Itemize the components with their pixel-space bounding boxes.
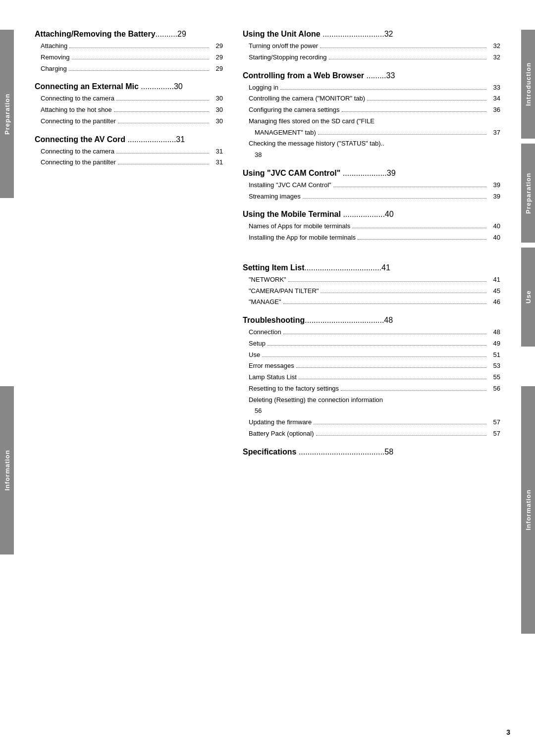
entry-av-pantilter: Connecting to the pantilter 31 [35,157,223,168]
entry-manage: "MANAGE" 46 [243,297,500,308]
entry-streaming: Streaming images 39 [243,191,500,202]
left-column: Attaching/Removing the Battery..........… [35,30,223,458]
entry-mic-pantilter: Connecting to the pantilter 30 [35,116,223,127]
entry-connection: Connection 48 [243,327,500,338]
side-tab-preparation-right: Preparation [521,144,535,243]
heading-av-cord: Connecting the AV Cord .................… [35,135,223,144]
section-web-browser: Controlling from a Web Browser .........… [243,71,500,161]
entry-resetting-factory: Resetting to the factory settings 56 [243,383,500,395]
heading-jvc-cam: Using "JVC CAM Control" ................… [243,169,500,178]
side-tab-introduction-right: Introduction [521,30,535,139]
entry-removing: Removing 29 [35,52,223,63]
section-mobile-terminal: Using the Mobile Terminal ..............… [243,210,500,244]
main-content: Attaching/Removing the Battery..........… [20,30,515,458]
entry-deleting-connection-line1: Deleting (Resetting) the connection info… [243,395,500,406]
heading-unit-alone: Using the Unit Alone ...................… [243,30,500,39]
entry-deleting-connection-line2: 56 [243,405,500,417]
information-sections: Setting Item List.......................… [243,263,500,456]
section-specifications: Specifications .........................… [243,448,500,456]
heading-mobile-terminal: Using the Mobile Terminal ..............… [243,210,500,219]
heading-troubleshooting: Troubleshooting.........................… [243,316,500,325]
entry-camera-settings: Configuring the camera settings 36 [243,104,500,116]
section-setting-item-list: Setting Item List.......................… [243,263,500,308]
side-tab-preparation-left: Preparation [0,30,14,198]
entry-message-history-line2: 38 [243,150,500,161]
entry-network: "NETWORK" 41 [243,274,500,286]
entry-installing-jvc: Installing "JVC CAM Control" 39 [243,180,500,191]
entry-message-history-line1: Checking the message history ("STATUS" t… [243,138,500,150]
entry-recording: Starting/Stopping recording 32 [243,52,500,63]
section-jvc-cam: Using "JVC CAM Control" ................… [243,169,500,202]
heading-external-mic: Connecting an External Mic .............… [35,82,223,91]
page-number: 3 [506,728,510,736]
entry-av-camera: Connecting to the camera 31 [35,146,223,157]
entry-use: Use 51 [243,350,500,361]
right-column: Using the Unit Alone ...................… [243,30,500,458]
section-av-cord: Connecting the AV Cord .................… [35,135,223,169]
entry-names-apps: Names of Apps for mobile terminals 40 [243,221,500,232]
entry-logging-in: Logging in 33 [243,82,500,94]
entry-lamp-status: Lamp Status List 55 [243,372,500,383]
entry-monitor-tab: Controlling the camera ("MONITOR" tab) 3… [243,93,500,104]
entry-error-messages: Error messages 53 [243,360,500,372]
entry-setup: Setup 49 [243,338,500,350]
entry-camera-pan: "CAMERA/PAN TILTER" 45 [243,286,500,297]
section-attaching-battery: Attaching/Removing the Battery..........… [35,30,223,74]
page: Preparation Information Introduction Pre… [0,0,535,756]
side-tab-information-left: Information [0,386,14,554]
section-troubleshooting: Troubleshooting.........................… [243,316,500,440]
heading-attaching-battery: Attaching/Removing the Battery..........… [35,30,223,39]
section-unit-alone: Using the Unit Alone ...................… [243,30,500,63]
heading-specifications: Specifications .........................… [243,448,500,456]
entry-charging: Charging 29 [35,63,223,75]
entry-mic-camera: Connecting to the camera 30 [35,93,223,104]
entry-managing-files-line2: MANAGEMENT" tab) 37 [243,127,500,139]
section-external-mic: Connecting an External Mic .............… [35,82,223,127]
entry-mic-hot-shoe: Attaching to the hot shoe 30 [35,104,223,116]
heading-setting-item-list: Setting Item List.......................… [243,263,500,272]
entry-power: Turning on/off the power 32 [243,41,500,52]
entry-managing-files-line1: Managing files stored on the SD card ("F… [243,116,500,127]
entry-attaching: Attaching 29 [35,41,223,52]
side-tab-information-right: Information [521,386,535,634]
entry-firmware: Updating the firmware 57 [243,417,500,428]
entry-battery-pack: Battery Pack (optional) 57 [243,428,500,440]
side-tab-use-right: Use [521,248,535,347]
heading-web-browser: Controlling from a Web Browser .........… [243,71,500,80]
entry-installing-app: Installing the App for mobile terminals … [243,232,500,244]
